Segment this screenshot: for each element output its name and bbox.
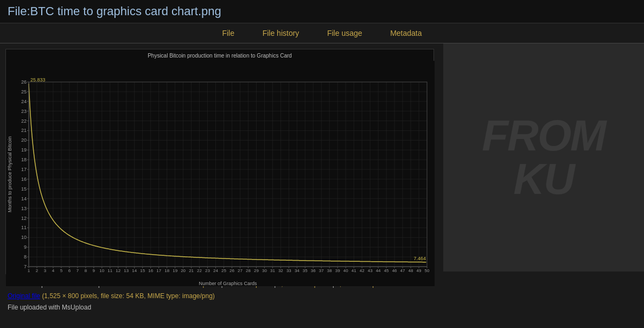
tab-file-history[interactable]: File history (263, 29, 299, 37)
tab-file[interactable]: File (222, 29, 234, 37)
upload-line: File uploaded with MsUpload (8, 302, 636, 314)
tab-file-usage[interactable]: File usage (327, 29, 362, 37)
page-title: File:BTC time to graphics card chart.png (8, 4, 636, 18)
tab-bar: File File history File usage Metadata (0, 23, 644, 43)
chart-container: Physical Bitcoin production time in rela… (5, 49, 434, 274)
original-file-link[interactable]: Original file (8, 292, 40, 300)
title-bar: File:BTC time to graphics card chart.png (0, 0, 644, 23)
sidebar-text: FROMKU (482, 114, 605, 201)
chart-canvas (6, 61, 435, 286)
original-line: Original file (1,525 × 800 pixels, file … (8, 291, 636, 302)
main-content: Physical Bitcoin production time in rela… (0, 43, 644, 274)
sidebar-image: FROMKU (443, 43, 644, 272)
original-details: (1,525 × 800 pixels, file size: 54 KB, M… (42, 292, 215, 300)
tab-metadata[interactable]: Metadata (390, 29, 422, 37)
sidebar-bg: FROMKU (443, 43, 644, 272)
chart-area: Physical Bitcoin production time in rela… (0, 43, 445, 274)
chart-title: Physical Bitcoin production time in rela… (6, 49, 433, 61)
